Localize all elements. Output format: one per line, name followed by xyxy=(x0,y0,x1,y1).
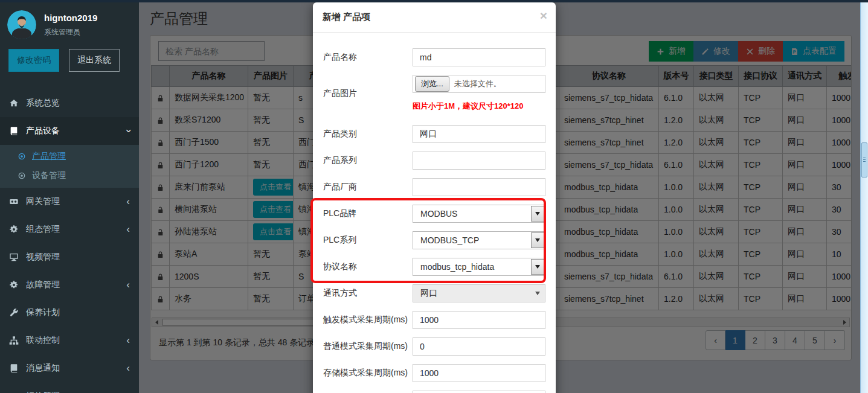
protocol-name-select[interactable]: modbus_tcp_hidata xyxy=(413,258,545,276)
modal-title: 新增 产品项 xyxy=(323,11,370,22)
sidebar-item-fault-management[interactable]: 故障管理‹ xyxy=(0,271,139,299)
browse-button[interactable]: 浏览... xyxy=(415,76,449,92)
sidebar-submenu: 产品管理设备管理 xyxy=(0,145,139,188)
book-icon xyxy=(9,363,19,373)
field-label: PLC系列 xyxy=(323,235,413,246)
application-window: hignton2019 系统管理员 修改密码 退出系统 系统总览产品设备‹产品管… xyxy=(0,0,868,393)
sidebar-item-gateway-management[interactable]: 网关管理‹ xyxy=(0,188,139,216)
field-label: 产品类别 xyxy=(323,129,413,139)
plc-brand-select[interactable]: MODBUS xyxy=(413,205,545,223)
field-label: 协议名称 xyxy=(323,261,413,272)
sidebar-item-label: 视频管理 xyxy=(26,252,60,263)
sidebar-item-label: 系统总览 xyxy=(26,98,60,109)
sidebar-item-configuration-management[interactable]: 组态管理‹ xyxy=(0,216,139,243)
top-border-bar xyxy=(0,0,868,2)
field-product-vendor: 产品厂商 xyxy=(323,178,545,196)
sidebar-item-message-notification[interactable]: 消息通知‹ xyxy=(0,354,139,382)
caret-down-icon xyxy=(535,292,540,295)
field-normal-period: 普通模式采集周期(ms) xyxy=(323,337,545,356)
field-label: 产品名称 xyxy=(323,52,413,63)
sidebar-item-linkage-control[interactable]: 联动控制‹ xyxy=(0,327,139,354)
avatar xyxy=(7,10,36,39)
dropdown-button[interactable] xyxy=(531,206,544,222)
sidebar-item-label: 短信管理 xyxy=(26,391,60,393)
product-category-input[interactable] xyxy=(413,125,545,143)
sidebar-item-label: 产品管理 xyxy=(32,151,66,162)
dot-circle-icon xyxy=(18,152,26,161)
sidebar-item-label: 消息通知 xyxy=(26,363,60,374)
selected-value: MODBUS xyxy=(413,205,530,222)
normal-period-input[interactable] xyxy=(413,337,545,356)
selected-value: 网口 xyxy=(413,285,530,302)
cogs-icon xyxy=(9,280,19,290)
sidebar-item-system-overview[interactable]: 系统总览 xyxy=(0,89,139,117)
chevron-down-icon: ‹ xyxy=(125,129,131,133)
field-label: 存储模式采集周期(ms) xyxy=(323,368,413,379)
sidebar-item-label: 产品设备 xyxy=(26,126,60,136)
add-product-modal: 新增 产品项 × 产品名称产品图片浏览...未选择文件。图片小于1M，建议尺寸1… xyxy=(313,2,556,393)
dropdown-button[interactable] xyxy=(531,286,544,301)
field-label: 触发模式采集周期(ms) xyxy=(323,315,413,325)
home-icon xyxy=(9,98,19,108)
user-role: 系统管理员 xyxy=(44,27,97,37)
sidebar-item-video-management[interactable]: 视频管理 xyxy=(0,243,139,271)
image-size-hint: 图片小于1M，建议尺寸120*120 xyxy=(413,101,545,112)
file-status-text: 未选择文件。 xyxy=(454,78,501,89)
chevron-left-icon: ‹ xyxy=(126,282,130,288)
sidebar-item-label: 网关管理 xyxy=(26,196,60,207)
field-plc-brand: PLC品牌MODBUS xyxy=(323,205,545,223)
selected-value: modbus_tcp_hidata xyxy=(413,258,530,275)
chevron-left-icon: ‹ xyxy=(126,365,130,371)
sidebar-item-product-device[interactable]: 产品设备‹ xyxy=(0,117,139,145)
selected-value: MODBUS_TCP xyxy=(413,232,530,249)
sidebar-item-label: 联动控制 xyxy=(26,335,60,346)
partial-next-input[interactable] xyxy=(413,391,545,393)
username: hignton2019 xyxy=(44,13,97,23)
user-panel: hignton2019 系统管理员 xyxy=(0,2,139,45)
sidebar-item-label: 设备管理 xyxy=(32,170,66,181)
product-image-file-input[interactable]: 浏览...未选择文件。 xyxy=(413,75,545,93)
sidebar-item-maintenance-plan[interactable]: 保养计划 xyxy=(0,299,139,327)
sidebar-item-product-management[interactable]: 产品管理 xyxy=(0,147,139,166)
sidebar-buttons: 修改密码 退出系统 xyxy=(0,45,139,72)
product-series-input[interactable] xyxy=(413,152,545,170)
close-icon[interactable]: × xyxy=(540,9,547,22)
sitemap-icon xyxy=(9,336,19,345)
window-vertical-scrollbar[interactable] xyxy=(860,2,868,393)
dropdown-button[interactable] xyxy=(531,232,544,248)
product-name-input[interactable] xyxy=(413,48,545,66)
field-product-name: 产品名称 xyxy=(323,48,545,66)
field-plc-series: PLC系列MODBUS_TCP xyxy=(323,231,545,249)
field-product-image: 产品图片浏览...未选择文件。图片小于1M，建议尺寸120*120 xyxy=(323,75,545,112)
dropdown-button[interactable] xyxy=(531,259,544,275)
change-password-button[interactable]: 修改密码 xyxy=(8,49,59,72)
caret-down-icon xyxy=(535,238,540,242)
field-label: 通讯方式 xyxy=(323,288,413,299)
modal-header: 新增 产品项 × xyxy=(313,2,556,33)
logout-button[interactable]: 退出系统 xyxy=(69,49,120,72)
gateway-icon xyxy=(9,197,19,206)
caret-down-icon xyxy=(535,265,540,269)
sidebar-item-sms-management[interactable]: 短信管理 xyxy=(0,382,139,393)
plc-series-select[interactable]: MODBUS_TCP xyxy=(413,231,545,249)
user-info: hignton2019 系统管理员 xyxy=(44,13,97,37)
field-storage-period: 存储模式采集周期(ms) xyxy=(323,364,545,382)
wrench-icon xyxy=(9,308,19,318)
sidebar-menu: 系统总览产品设备‹产品管理设备管理网关管理‹组态管理‹视频管理故障管理‹保养计划… xyxy=(0,89,139,393)
comm-mode-select[interactable]: 网口 xyxy=(413,284,545,302)
field-label: PLC品牌 xyxy=(323,208,413,219)
storage-period-input[interactable] xyxy=(413,364,545,382)
field-label: 产品系列 xyxy=(323,155,413,166)
field-label: 产品厂商 xyxy=(323,182,413,193)
field-trigger-period: 触发模式采集周期(ms) xyxy=(323,311,545,329)
caret-down-icon xyxy=(535,212,540,216)
cogs-icon xyxy=(9,225,19,234)
sidebar-item-label: 组态管理 xyxy=(26,224,60,235)
sidebar: hignton2019 系统管理员 修改密码 退出系统 系统总览产品设备‹产品管… xyxy=(0,2,139,393)
product-vendor-input[interactable] xyxy=(413,178,545,196)
chevron-left-icon: ‹ xyxy=(126,226,130,232)
book-icon xyxy=(9,126,19,136)
vertical-scrollbar-thumb[interactable] xyxy=(861,142,867,177)
sidebar-item-device-management[interactable]: 设备管理 xyxy=(0,166,139,185)
trigger-period-input[interactable] xyxy=(413,311,545,329)
